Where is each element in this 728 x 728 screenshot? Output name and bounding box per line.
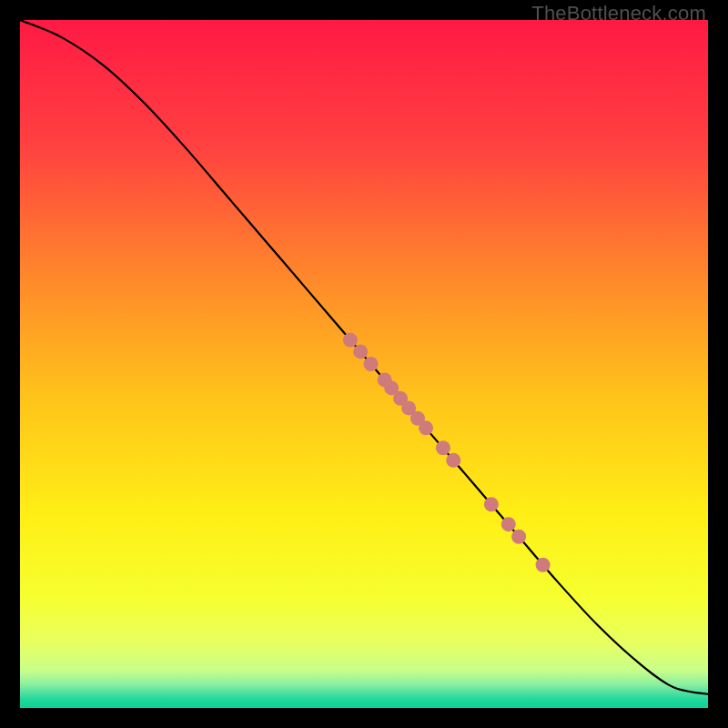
marker-dot: [364, 357, 379, 371]
marker-dot: [446, 453, 460, 468]
chart-frame: [20, 20, 708, 708]
marker-dot: [511, 530, 526, 544]
marker-dot: [419, 420, 433, 435]
marker-dot: [501, 517, 516, 531]
chart-svg: [20, 20, 708, 708]
marker-dot: [436, 440, 450, 455]
marker-dot: [353, 344, 368, 359]
marker-dot: [536, 558, 551, 572]
marker-dot: [343, 333, 358, 348]
watermark-text: TheBottleneck.com: [531, 2, 706, 25]
marker-dot: [484, 497, 499, 511]
